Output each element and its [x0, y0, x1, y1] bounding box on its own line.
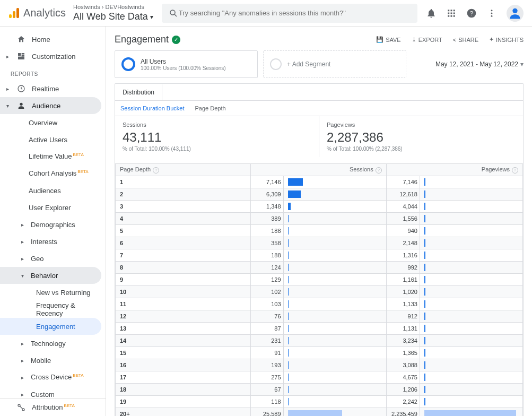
- nav-demographics[interactable]: ▸Demographics: [0, 216, 101, 233]
- nav-new-vs-returning[interactable]: New vs Returning: [0, 284, 101, 301]
- nav-behavior[interactable]: ▾Behavior: [0, 267, 101, 284]
- chevron-right-icon: ▸: [21, 341, 27, 346]
- cell-sessions-bar: [283, 200, 386, 212]
- cell-pageviews-bar: [420, 249, 522, 261]
- nav-cohort[interactable]: Cohort AnalysisBETA: [0, 165, 101, 182]
- subtab-session-duration[interactable]: Session Duration Bucket: [120, 105, 184, 111]
- clock-icon: [16, 84, 27, 93]
- nav-technology[interactable]: ▸Technology: [0, 335, 101, 352]
- nav-attribution[interactable]: AttributionBETA: [0, 399, 101, 416]
- nav-geo[interactable]: ▸Geo: [0, 250, 101, 267]
- table-row: 63582,148: [116, 237, 523, 249]
- chevron-right-icon: ▸: [21, 375, 27, 380]
- apps-icon[interactable]: [446, 8, 457, 19]
- nav-audience[interactable]: ▾Audience: [0, 97, 101, 114]
- cell-sessions-bar: [283, 285, 386, 298]
- reports-section-label: REPORTS: [0, 65, 106, 80]
- cell-sessions-bar: [283, 322, 386, 334]
- col-sessions[interactable]: Sessions?: [251, 164, 386, 176]
- help-icon[interactable]: ?: [512, 167, 518, 174]
- nav-user-explorer[interactable]: User Explorer: [0, 199, 101, 216]
- col-pageviews[interactable]: Pageviews?: [386, 164, 522, 176]
- verified-shield-icon: ✓: [172, 36, 180, 44]
- more-icon[interactable]: [486, 8, 497, 19]
- save-button[interactable]: 💾SAVE: [376, 36, 401, 43]
- share-button[interactable]: <SHARE: [453, 37, 478, 43]
- logo[interactable]: Analytics: [7, 7, 66, 20]
- account-picker[interactable]: Hostwinds › DEVHostwinds All Web Site Da…: [73, 4, 153, 22]
- table-row: 26,30912,618: [116, 188, 523, 200]
- cell-depth: 6: [116, 237, 251, 249]
- help-icon[interactable]: ?: [376, 167, 382, 174]
- cell-pageviews: 992: [386, 261, 420, 273]
- save-icon: 💾: [376, 36, 383, 43]
- table-row: 191182,242: [116, 395, 523, 408]
- segment-all-users[interactable]: All Users 100.00% Users (100.00% Session…: [115, 50, 258, 78]
- nav-lifetime-value[interactable]: Lifetime ValueBETA: [0, 148, 101, 165]
- chevron-right-icon: ▸: [21, 256, 27, 262]
- nav-frequency-recency[interactable]: Frequency & Recency: [0, 301, 101, 318]
- search-input[interactable]: [179, 9, 411, 17]
- table-row: 18671,206: [116, 383, 523, 395]
- chevron-right-icon: ▸: [6, 54, 12, 59]
- nav-audiences[interactable]: Audiences: [0, 182, 101, 199]
- svg-rect-22: [22, 55, 24, 57]
- nav-cross-device[interactable]: ▸Cross DeviceBETA: [0, 369, 101, 386]
- nav-customization[interactable]: ▸Customization: [0, 48, 101, 65]
- cell-sessions: 6,309: [251, 188, 283, 200]
- cell-sessions: 91: [251, 346, 283, 359]
- cell-pageviews: 2,242: [386, 395, 420, 408]
- cell-sessions-bar: [283, 273, 386, 285]
- col-page-depth[interactable]: Page Depth?: [116, 164, 251, 176]
- subtab-page-depth[interactable]: Page Depth: [195, 105, 225, 111]
- cell-sessions: 7,146: [251, 176, 283, 188]
- cell-pageviews: 12,618: [386, 188, 420, 200]
- help-icon[interactable]: ?: [153, 167, 159, 174]
- nav-realtime[interactable]: ▸Realtime: [0, 80, 101, 97]
- cell-sessions: 102: [251, 285, 283, 298]
- cell-sessions: 188: [251, 249, 283, 261]
- cell-pageviews-bar: [420, 371, 522, 383]
- svg-rect-1: [13, 11, 15, 18]
- product-name: Analytics: [23, 7, 66, 19]
- svg-line-4: [175, 14, 177, 16]
- svg-rect-5: [448, 10, 449, 11]
- nav-engagement[interactable]: Engagement: [0, 318, 101, 335]
- explorer-tabs: Distribution Session Duration Bucket Pag…: [115, 83, 524, 116]
- search-icon: [168, 8, 179, 19]
- notifications-icon[interactable]: [426, 8, 437, 19]
- svg-rect-23: [18, 57, 24, 59]
- svg-point-16: [491, 10, 493, 11]
- nav-interests[interactable]: ▸Interests: [0, 233, 101, 250]
- help-icon[interactable]: ?: [466, 8, 477, 19]
- cell-pageviews: 940: [386, 224, 420, 237]
- insights-button[interactable]: ✦INSIGHTS: [489, 36, 524, 43]
- metric-sessions: Sessions 43,111 % of Total: 100.00% (43,…: [115, 116, 319, 157]
- svg-rect-8: [448, 12, 449, 14]
- nav-home[interactable]: Home: [0, 31, 101, 48]
- tab-distribution[interactable]: Distribution: [115, 84, 162, 101]
- table-row: 91291,161: [116, 273, 523, 285]
- cell-depth: 3: [116, 200, 251, 212]
- table-row: 43891,556: [116, 212, 523, 224]
- date-range-picker[interactable]: May 12, 2021 - May 12, 2022▾: [435, 60, 524, 68]
- search-box[interactable]: [162, 4, 417, 23]
- segment-circle-icon: [270, 58, 282, 70]
- left-nav: Home ▸Customization REPORTS ▸Realtime ▾A…: [0, 27, 106, 416]
- add-segment-button[interactable]: + Add Segment: [263, 50, 406, 78]
- ga-logo-icon: [7, 7, 20, 20]
- export-button[interactable]: ⤓EXPORT: [412, 36, 442, 43]
- nav-active-users[interactable]: Active Users: [0, 131, 101, 148]
- cell-sessions-bar: [283, 408, 386, 416]
- cell-depth: 13: [116, 322, 251, 334]
- account-avatar[interactable]: [507, 5, 524, 22]
- header-actions: ?: [426, 5, 524, 22]
- nav-overview[interactable]: Overview: [0, 114, 101, 131]
- table-row: 8124992: [116, 261, 523, 273]
- nav-mobile[interactable]: ▸Mobile: [0, 352, 101, 369]
- segment-title: All Users: [141, 58, 226, 65]
- attribution-icon: [16, 403, 27, 412]
- svg-rect-9: [451, 12, 452, 14]
- cell-pageviews-bar: [420, 395, 522, 408]
- breadcrumb: Hostwinds › DEVHostwinds: [73, 4, 153, 10]
